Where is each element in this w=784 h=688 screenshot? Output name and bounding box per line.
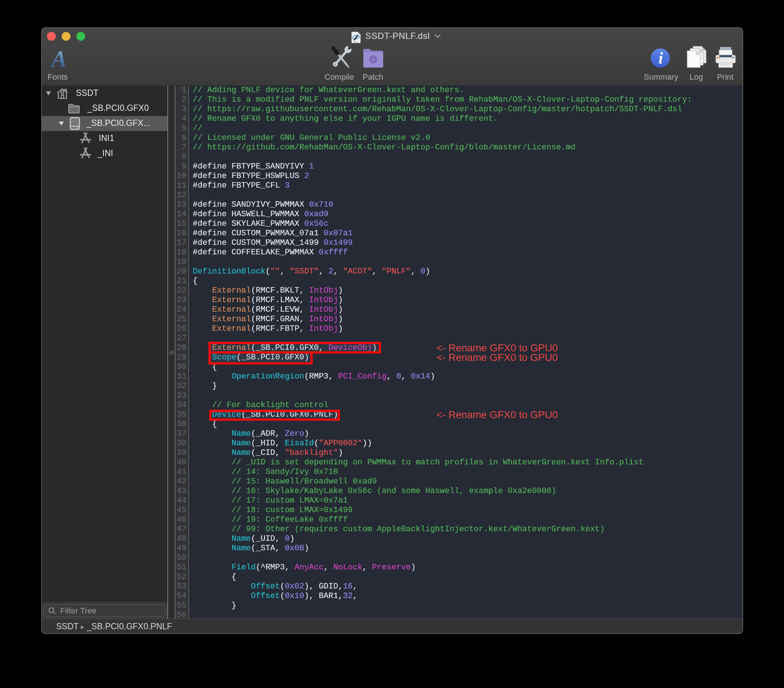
svg-text:A: A	[50, 48, 67, 69]
svg-text:DSL: DSL	[354, 41, 358, 43]
svg-text:i: i	[659, 49, 663, 67]
